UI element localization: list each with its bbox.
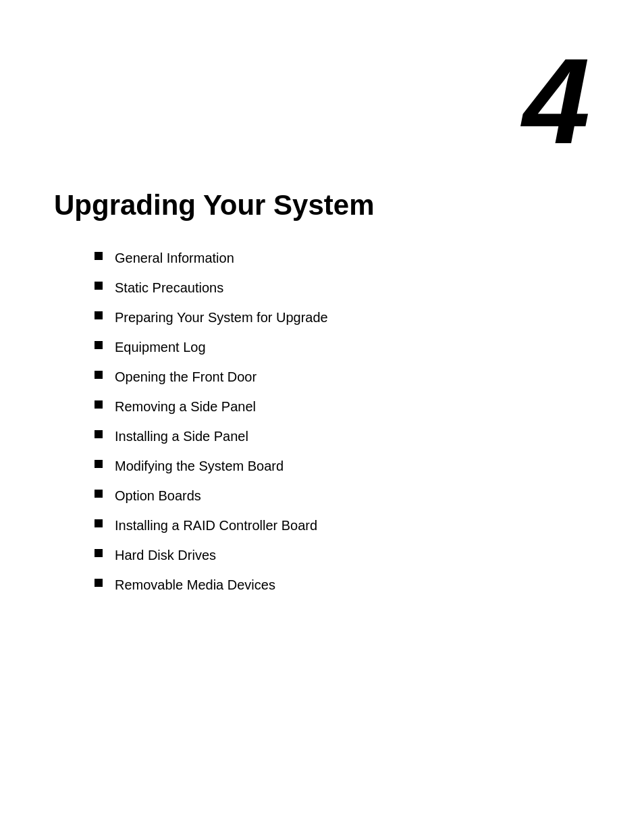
bullet-icon bbox=[95, 282, 103, 290]
toc-item-label: Opening the Front Door bbox=[115, 367, 257, 386]
chapter-number: 4 bbox=[522, 41, 590, 162]
toc-item[interactable]: Installing a Side Panel bbox=[95, 427, 590, 446]
toc-item[interactable]: General Information bbox=[95, 249, 590, 267]
toc-item[interactable]: Installing a RAID Controller Board bbox=[95, 516, 590, 535]
toc-item[interactable]: Opening the Front Door bbox=[95, 367, 590, 386]
bullet-icon bbox=[95, 252, 103, 260]
toc-item-label: Static Precautions bbox=[115, 278, 223, 297]
toc-item[interactable]: Equipment Log bbox=[95, 338, 590, 357]
bullet-icon bbox=[95, 311, 103, 319]
toc-item-label: Hard Disk Drives bbox=[115, 546, 216, 565]
bullet-icon bbox=[95, 430, 103, 438]
bullet-icon bbox=[95, 371, 103, 379]
toc-item-label: Equipment Log bbox=[115, 338, 206, 357]
toc-item-label: Modifying the System Board bbox=[115, 457, 284, 475]
toc-item[interactable]: Option Boards bbox=[95, 486, 590, 505]
toc-list: General InformationStatic PrecautionsPre… bbox=[95, 249, 590, 594]
bullet-icon bbox=[95, 519, 103, 527]
toc-item[interactable]: Hard Disk Drives bbox=[95, 546, 590, 565]
toc-item[interactable]: Removable Media Devices bbox=[95, 575, 590, 594]
bullet-icon bbox=[95, 341, 103, 349]
toc-item-label: Removable Media Devices bbox=[115, 575, 275, 594]
bullet-icon bbox=[95, 549, 103, 557]
toc-item-label: Removing a Side Panel bbox=[115, 397, 256, 416]
toc-item[interactable]: Preparing Your System for Upgrade bbox=[95, 308, 590, 327]
toc-item-label: Installing a RAID Controller Board bbox=[115, 516, 317, 535]
toc-item-label: Preparing Your System for Upgrade bbox=[115, 308, 328, 327]
page-container: 4 Upgrading Your System General Informat… bbox=[0, 0, 644, 834]
bullet-icon bbox=[95, 400, 103, 409]
toc-item-label: General Information bbox=[115, 249, 234, 267]
toc-item-label: Option Boards bbox=[115, 486, 201, 505]
toc-item[interactable]: Modifying the System Board bbox=[95, 457, 590, 475]
toc-item[interactable]: Removing a Side Panel bbox=[95, 397, 590, 416]
toc-item[interactable]: Static Precautions bbox=[95, 278, 590, 297]
bullet-icon bbox=[95, 460, 103, 468]
toc-item-label: Installing a Side Panel bbox=[115, 427, 248, 446]
chapter-title: Upgrading Your System bbox=[54, 189, 590, 221]
bullet-icon bbox=[95, 490, 103, 498]
bullet-icon bbox=[95, 579, 103, 587]
